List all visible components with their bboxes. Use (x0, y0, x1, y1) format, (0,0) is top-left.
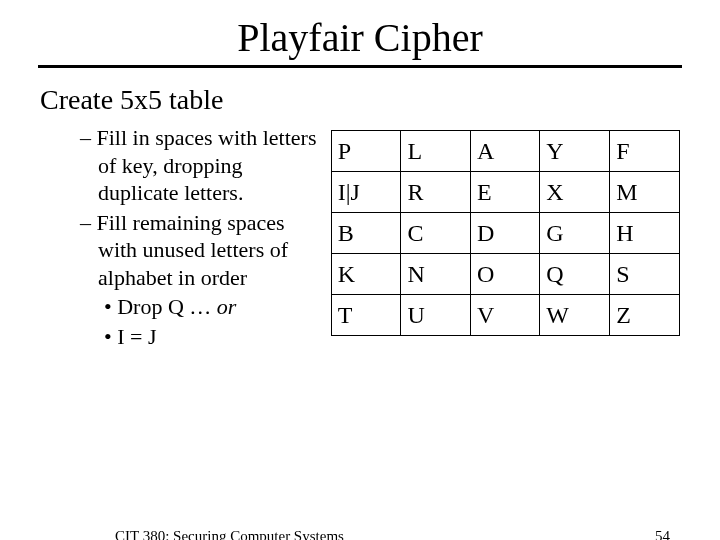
cell: N (401, 254, 470, 295)
slide: Playfair Cipher Create 5x5 table Fill in… (0, 14, 720, 540)
cell: W (540, 295, 610, 336)
cell: A (470, 131, 539, 172)
sub-step-1a: Drop Q … (117, 294, 217, 319)
table-row: K N O Q S (331, 254, 679, 295)
cell: D (470, 213, 539, 254)
cell: L (401, 131, 470, 172)
page-title: Playfair Cipher (0, 14, 720, 61)
cell: B (331, 213, 401, 254)
cell: F (610, 131, 680, 172)
cell: H (610, 213, 680, 254)
step-2: Fill remaining spaces with unused letter… (80, 209, 319, 292)
cell: P (331, 131, 401, 172)
footer-course: CIT 380: Securing Computer Systems (115, 528, 344, 540)
sub-step-1b: or (217, 294, 237, 319)
table-row: I|J R E X M (331, 172, 679, 213)
cell: I|J (331, 172, 401, 213)
cell: Z (610, 295, 680, 336)
content-columns: Fill in spaces with letters of key, drop… (0, 124, 720, 350)
playfair-grid: P L A Y F I|J R E X M B C D G (331, 130, 680, 336)
cell: Y (540, 131, 610, 172)
table-row: B C D G H (331, 213, 679, 254)
cell: K (331, 254, 401, 295)
cell: Q (540, 254, 610, 295)
cell: V (470, 295, 539, 336)
playfair-table: P L A Y F I|J R E X M B C D G (331, 130, 680, 336)
table-row: P L A Y F (331, 131, 679, 172)
cell: G (540, 213, 610, 254)
footer-page-number: 54 (655, 528, 670, 540)
cell: M (610, 172, 680, 213)
table-row: T U V W Z (331, 295, 679, 336)
title-rule (38, 65, 682, 68)
bullet-list: Fill in spaces with letters of key, drop… (0, 124, 319, 350)
cell: U (401, 295, 470, 336)
cell: O (470, 254, 539, 295)
cell: C (401, 213, 470, 254)
cell: T (331, 295, 401, 336)
cell: X (540, 172, 610, 213)
cell: S (610, 254, 680, 295)
step-1: Fill in spaces with letters of key, drop… (80, 124, 319, 207)
sub-step-1: Drop Q … or (80, 293, 319, 321)
cell: E (470, 172, 539, 213)
sub-step-2: I = J (80, 323, 319, 351)
cell: R (401, 172, 470, 213)
section-heading: Create 5x5 table (40, 84, 720, 116)
